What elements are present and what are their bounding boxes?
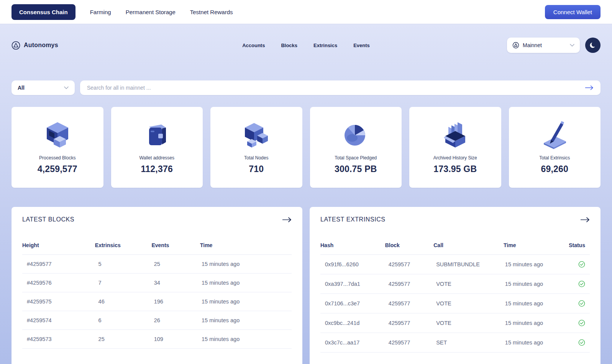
nav-events[interactable]: Events	[353, 43, 370, 48]
stat-card-space-pledged: Total Space Pledged 300.75 PB	[310, 107, 402, 188]
archived-history-icon	[437, 118, 473, 151]
space-pledged-icon	[338, 118, 374, 151]
autonomys-logo-icon	[11, 41, 20, 50]
block-row: #4259577 5 25 15 minutes ago	[22, 255, 292, 274]
column-time: Time	[200, 242, 292, 248]
chevron-down-icon	[64, 86, 69, 89]
permanent-storage-tab[interactable]: Permanent Storage	[126, 9, 176, 15]
extrinsic-block-link[interactable]: 4259577	[389, 261, 436, 267]
success-status-icon	[569, 320, 590, 326]
extrinsic-time: 15 minutes ago	[505, 300, 569, 307]
block-height-link[interactable]: #4259575	[27, 298, 98, 305]
latest-extrinsics-title: LATEST EXTRINSICS	[320, 216, 386, 223]
extrinsic-hash-link[interactable]: 0xa397...7da1	[325, 281, 389, 287]
header-controls: Mainnet	[507, 37, 601, 54]
block-extrinsics-count: 46	[98, 298, 154, 305]
stat-label: Total Space Pledged	[335, 155, 377, 161]
explorer-nav: Accounts Blocks Extrinsics Events	[242, 37, 370, 54]
block-extrinsics-count: 6	[98, 317, 154, 323]
extrinsic-row: 0xa397...7da1 4259577 VOTE 15 minutes ag…	[320, 274, 590, 294]
block-row: #4259574 6 26 15 minutes ago	[22, 311, 292, 330]
stat-card-archived-history: Archived History Size 173.95 GB	[409, 107, 501, 188]
block-time: 15 minutes ago	[202, 317, 292, 323]
stat-value: 4,259,577	[38, 164, 77, 174]
extrinsic-block-link[interactable]: 4259577	[389, 339, 436, 346]
total-extrinsics-icon	[537, 118, 573, 151]
extrinsic-hash-link[interactable]: 0x91f6...6260	[325, 261, 389, 267]
network-logo-icon	[512, 42, 519, 49]
latest-blocks-view-all-arrow-icon[interactable]	[282, 217, 292, 222]
stat-value: 173.95 GB	[433, 164, 477, 174]
top-navigation-bar: Consensus Chain Farming Permanent Storag…	[0, 0, 612, 24]
block-extrinsics-count: 25	[98, 336, 154, 342]
search-filter-value: All	[18, 85, 25, 91]
block-row: #4259573 25 109 15 minutes ago	[22, 330, 292, 349]
success-status-icon	[569, 280, 590, 287]
extrinsic-row: 0xc9bc...241d 4259577 VOTE 15 minutes ag…	[320, 313, 590, 333]
block-events-count: 34	[154, 280, 202, 286]
column-block: Block	[385, 242, 434, 248]
testnet-rewards-tab[interactable]: Testnet Rewards	[190, 9, 233, 15]
block-height-link[interactable]: #4259573	[27, 336, 98, 342]
dark-mode-toggle[interactable]	[585, 38, 601, 53]
block-height-link[interactable]: #4259574	[27, 317, 98, 323]
stat-value: 300.75 PB	[335, 164, 377, 174]
column-hash: Hash	[320, 242, 385, 248]
search-filter-dropdown[interactable]: All	[11, 80, 75, 95]
extrinsic-call: VOTE	[436, 300, 505, 307]
latest-extrinsics-view-all-arrow-icon[interactable]	[581, 217, 590, 222]
column-call: Call	[433, 242, 504, 248]
stats-cards: Processed Blocks 4,259,577 Wallet addres…	[11, 107, 601, 188]
latest-extrinsics-table: Hash Block Call Time Status 0x91f6...626…	[320, 242, 590, 353]
block-row: #4259576 7 34 15 minutes ago	[22, 274, 292, 292]
stat-label: Archived History Size	[433, 155, 477, 161]
success-status-icon	[569, 339, 590, 346]
stat-label: Total Nodes	[244, 155, 268, 161]
search-input[interactable]	[87, 85, 581, 91]
column-status: Status	[568, 242, 590, 248]
block-time: 15 minutes ago	[202, 298, 292, 305]
block-extrinsics-count: 7	[98, 280, 154, 286]
latest-blocks-panel: LATEST BLOCKS Height Extrinsics Events T…	[11, 207, 302, 364]
extrinsic-block-link[interactable]: 4259577	[389, 300, 436, 307]
network-selector[interactable]: Mainnet	[507, 38, 580, 53]
main-content: Autonomys Accounts Blocks Extrinsics Eve…	[0, 24, 612, 364]
stat-card-wallet-addresses: Wallet addresses 112,376	[111, 107, 203, 188]
farming-tab[interactable]: Farming	[90, 9, 111, 15]
latest-extrinsics-panel: LATEST EXTRINSICS Hash Block Call Time S…	[310, 207, 601, 364]
brand-name: Autonomys	[24, 42, 58, 49]
extrinsic-row: 0x91f6...6260 4259577 SUBMITBUNDLE 15 mi…	[320, 255, 590, 274]
consensus-chain-tab[interactable]: Consensus Chain	[11, 4, 75, 20]
nav-extrinsics[interactable]: Extrinsics	[313, 43, 337, 48]
nav-accounts[interactable]: Accounts	[242, 43, 265, 48]
block-time: 15 minutes ago	[202, 261, 292, 267]
extrinsic-block-link[interactable]: 4259577	[389, 320, 436, 326]
extrinsic-hash-link[interactable]: 0x7106...c3e7	[325, 300, 389, 307]
stat-card-total-nodes: Total Nodes 710	[210, 107, 302, 188]
block-events-count: 109	[154, 336, 202, 342]
extrinsic-hash-link[interactable]: 0x3c7c...aa17	[325, 339, 389, 346]
stat-value: 710	[249, 164, 264, 174]
search-submit-arrow-icon[interactable]	[585, 85, 594, 90]
block-extrinsics-count: 5	[98, 261, 154, 267]
block-height-link[interactable]: #4259577	[27, 261, 98, 267]
block-time: 15 minutes ago	[202, 336, 292, 342]
nav-blocks[interactable]: Blocks	[281, 43, 297, 48]
connect-wallet-button[interactable]: Connect Wallet	[545, 5, 601, 19]
latest-blocks-table: Height Extrinsics Events Time #4259577 5…	[22, 242, 292, 349]
processed-blocks-icon	[39, 118, 75, 151]
tables-section: LATEST BLOCKS Height Extrinsics Events T…	[11, 207, 601, 364]
block-events-count: 196	[154, 298, 202, 305]
block-height-link[interactable]: #4259576	[27, 280, 98, 286]
stat-label: Total Extrinsics	[539, 155, 570, 161]
column-extrinsics: Extrinsics	[95, 242, 152, 248]
explorer-header: Autonomys Accounts Blocks Extrinsics Eve…	[11, 24, 601, 54]
extrinsic-row: 0x3c7c...aa17 4259577 SET 15 minutes ago	[320, 333, 590, 353]
autonomys-logo[interactable]: Autonomys	[11, 37, 58, 54]
block-time: 15 minutes ago	[202, 280, 292, 286]
block-row: #4259575 46 196 15 minutes ago	[22, 292, 292, 311]
network-selected-value: Mainnet	[523, 42, 542, 48]
extrinsic-hash-link[interactable]: 0xc9bc...241d	[325, 320, 389, 326]
blocks-table-header: Height Extrinsics Events Time	[22, 242, 292, 255]
extrinsic-block-link[interactable]: 4259577	[389, 281, 436, 287]
